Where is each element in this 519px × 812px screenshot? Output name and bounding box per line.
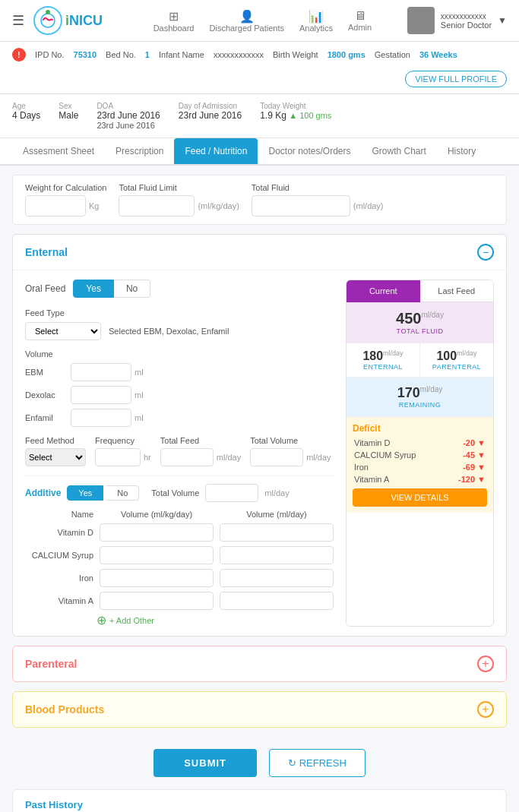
additive-input-calcium-2[interactable] <box>220 546 334 564</box>
blood-header: Blood Products + <box>13 692 506 727</box>
additive-no-button[interactable]: No <box>106 485 139 501</box>
feed-enternal-label: ENTERNAL <box>350 363 416 371</box>
stat-sex-value: Male <box>59 110 78 121</box>
enternal-toggle-btn[interactable]: − <box>477 244 494 261</box>
additive-input-iron-1[interactable] <box>100 569 214 587</box>
total-feed-input[interactable] <box>160 448 214 466</box>
volume-input-ebm[interactable] <box>71 363 131 381</box>
tab-growth-chart[interactable]: Growth Chart <box>362 138 437 164</box>
total-fluid-unit: (ml/day) <box>353 201 384 210</box>
deficit-val-calcium: -45 ▼ <box>463 450 486 460</box>
stat-weight-value: 1.9 Kg ▲ 100 gms <box>260 110 331 121</box>
additive-yes-button[interactable]: Yes <box>67 485 103 501</box>
feed-method-select[interactable]: Select <box>25 448 86 466</box>
additive-name-iron: Iron <box>25 573 93 583</box>
additive-total-vol-input[interactable] <box>205 484 258 502</box>
deficit-name-vitamind: Vitamin D <box>354 438 390 447</box>
view-profile-button[interactable]: VIEW FULL PROFILE <box>405 71 507 87</box>
tab-assessment[interactable]: Assesment Sheet <box>12 138 105 164</box>
stat-weight-label: Today Weight <box>260 102 331 110</box>
ipd-value: 75310 <box>74 50 97 59</box>
volume-unit-ebm: ml <box>134 368 144 377</box>
oral-feed-yes-button[interactable]: Yes <box>73 280 114 298</box>
total-feed-unit: ml/day <box>217 453 241 462</box>
volume-name-enfamil: Enfamil <box>25 413 71 422</box>
nav-item-analytics[interactable]: 📊 Analytics <box>299 9 333 33</box>
volume-row-dexolac: Dexolac ml <box>25 386 334 404</box>
feed-panel-tab-last[interactable]: Last Feed <box>420 280 494 302</box>
volume-title: Volume <box>25 349 334 359</box>
enternal-header: Enternal − <box>13 235 506 270</box>
frequency-unit: hr <box>144 453 151 462</box>
feed-panel-tab-current[interactable]: Current <box>347 280 420 302</box>
logo-icon <box>33 6 62 35</box>
additive-row-vitamina: Vitamin A <box>25 592 334 610</box>
feed-parenteral-stat: 100ml/day PARENTERAL <box>420 343 493 377</box>
additive-input-calcium-1[interactable] <box>100 546 214 564</box>
additive-input-vitamina-2[interactable] <box>220 592 334 610</box>
stat-doa-value: 23rd June 2016 <box>97 110 160 121</box>
main-content: Weight for Calculation Kg Total Fluid Li… <box>0 166 519 812</box>
stat-doa2-value: 23rd June 2016 <box>179 110 242 121</box>
oral-feed-no-button[interactable]: No <box>114 280 150 298</box>
tab-doctor-notes[interactable]: Doctor notes/Orders <box>258 138 361 164</box>
feed-enternal-parenteral-row: 180ml/day ENTERNAL 100ml/day PARENTERAL <box>347 343 493 378</box>
blood-title: Blood Products <box>25 703 104 716</box>
additive-input-vitamina-1[interactable] <box>100 592 214 610</box>
additive-input-vitamind-1[interactable] <box>100 523 214 542</box>
additive-input-iron-2[interactable] <box>220 569 334 587</box>
tab-feed-nutrition[interactable]: Feed / Nutrition <box>174 138 258 164</box>
header-right: xxxxxxxxxxxx Senior Doctor ▼ <box>407 7 507 34</box>
refresh-button[interactable]: ↻ REFRESH <box>269 749 366 777</box>
weight-calc-label: Weight for Calculation <box>25 183 106 192</box>
additive-row-iron: Iron <box>25 569 334 587</box>
add-other-btn[interactable]: ⊕ + Add Other <box>97 615 334 627</box>
additive-name-vitamina: Vitamin A <box>25 596 93 605</box>
hamburger-icon[interactable]: ☰ <box>12 12 24 29</box>
volume-name-dexolac: Dexolac <box>25 390 71 400</box>
volume-row-ebm: EBM ml <box>25 363 334 381</box>
oral-feed-row: Oral Feed Yes No <box>25 280 334 298</box>
tab-history[interactable]: History <box>437 138 486 164</box>
dropdown-icon[interactable]: ▼ <box>498 15 507 26</box>
additive-input-vitamind-2[interactable] <box>220 523 334 542</box>
additive-total-vol-unit: ml/day <box>264 488 289 498</box>
total-fluid-label: Total Fluid <box>252 183 384 192</box>
parenteral-add-button[interactable]: + <box>477 656 494 672</box>
feed-total-fluid-value: 450ml/day <box>353 310 487 327</box>
nav-item-admin[interactable]: 🖥 Admin <box>348 9 372 33</box>
logo: iNICU <box>33 6 103 35</box>
feed-total-fluid: 450ml/day TOTAL FLUID <box>347 302 493 343</box>
stat-doa: DOA 23rd June 2016 23rd June 2016 <box>97 102 160 130</box>
additive-section: Additive Yes No Total Volume ml/day Name… <box>25 476 334 627</box>
stat-day-of-admission: Day of Admission 23rd June 2016 <box>179 102 242 130</box>
total-volume-feed-input[interactable] <box>250 448 303 466</box>
volume-input-dexolac[interactable] <box>71 386 131 404</box>
calc-row: Weight for Calculation Kg Total Fluid Li… <box>12 175 507 225</box>
stat-age: Age 4 Days <box>12 102 40 130</box>
total-fluid-input[interactable] <box>252 195 350 216</box>
oral-feed-label: Oral Feed <box>25 283 65 294</box>
bed-value: 1 <box>145 50 150 59</box>
nav-item-discharged[interactable]: 👤 Discharged Patients <box>210 9 284 33</box>
deficit-row-iron: Iron -69 ▼ <box>353 463 487 472</box>
submit-button[interactable]: SUBMIT <box>153 749 257 777</box>
fluid-limit-input[interactable] <box>119 195 195 216</box>
doctor-id: xxxxxxxxxxxx <box>441 12 492 21</box>
deficit-row-vitamina: Vitamin A -120 ▼ <box>353 475 487 484</box>
volume-section: Volume EBM ml Dexolac ml Enfamil <box>25 349 334 427</box>
feed-parenteral-value: 100ml/day <box>423 349 490 363</box>
deficit-val-vitamina: -120 ▼ <box>458 475 486 484</box>
volume-input-enfamil[interactable] <box>71 409 131 427</box>
nav-item-dashboard[interactable]: ⊞ Dashboard <box>153 9 195 33</box>
deficit-val-vitamind: -20 ▼ <box>463 438 486 447</box>
blood-products-section: Blood Products + <box>12 691 507 728</box>
feed-type-select[interactable]: Select <box>25 322 101 340</box>
blood-add-button[interactable]: + <box>477 701 494 718</box>
frequency-input[interactable] <box>95 448 141 466</box>
tab-prescription[interactable]: Prescription <box>105 138 174 164</box>
view-details-button[interactable]: VIEW DETAILS <box>353 488 487 507</box>
patient-bar: ! IPD No. 75310 Bed No. 1 Infant Name xx… <box>0 42 519 94</box>
feed-method-section: Feed Method Select Frequency h <box>25 436 334 466</box>
weight-calc-input[interactable] <box>25 195 86 216</box>
